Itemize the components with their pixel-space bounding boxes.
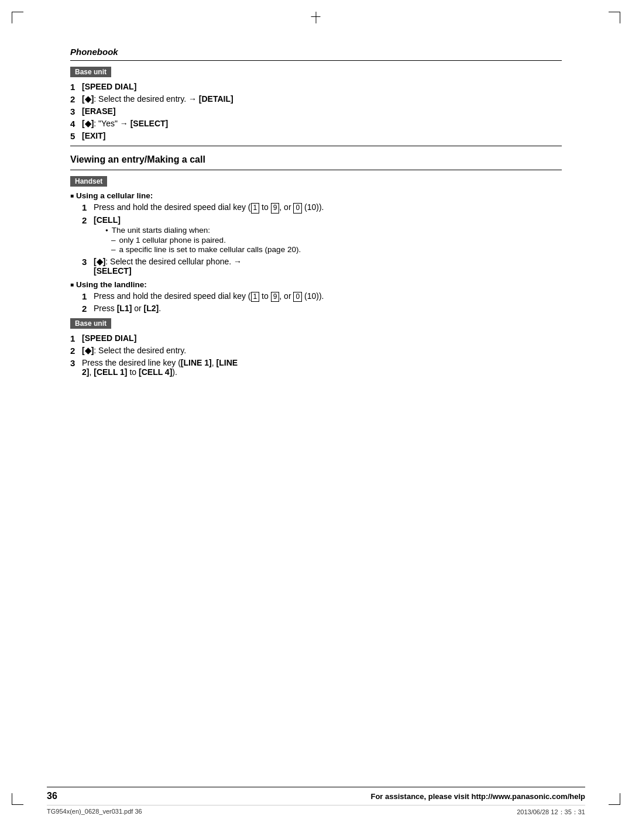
step-4: 4 [◆]: "Yes" → [SELECT] — [70, 119, 562, 129]
landline-key-1: 1 — [251, 292, 260, 302]
bu2-line2-cont: 2], [CELL 1] to [CELL 4]). — [82, 367, 177, 377]
bu2-step-2-num: 2 — [70, 346, 82, 356]
footer: 36 For assistance, please visit http://w… — [0, 787, 632, 817]
cellular-step-1: 1 Press and hold the desired speed dial … — [82, 202, 562, 214]
step-3: 3 [ERASE] — [70, 106, 562, 116]
step-5: 5 [EXIT] — [70, 131, 562, 141]
cellular-heading: Using a cellular line: — [70, 191, 562, 200]
footer-content: 36 For assistance, please visit http://w… — [47, 791, 585, 801]
handset-badge: Handset — [70, 176, 107, 187]
landline-step-2: 2 Press [L1] or [L2]. — [82, 304, 562, 314]
step-4-num: 4 — [70, 119, 82, 129]
crop-mark-tl — [12, 12, 23, 23]
landline-step-2-num: 2 — [82, 304, 94, 314]
step-1: 1 [SPEED DIAL] — [70, 82, 562, 92]
cellular-step-3-bracket: [◆] — [94, 257, 105, 266]
step-4-select: [SELECT] — [130, 119, 169, 128]
step-5-text: [EXIT] — [82, 131, 562, 140]
cellular-steps: 1 Press and hold the desired speed dial … — [82, 202, 562, 276]
bu2-cell4: [CELL 4] — [139, 367, 172, 377]
key-1: 1 — [251, 203, 260, 214]
landline-step-1-num: 1 — [82, 291, 94, 301]
cellular-step-3-select: [SELECT] — [94, 266, 132, 276]
step-4-bracket: [◆] — [82, 119, 94, 128]
landline-key-9: 9 — [271, 292, 280, 302]
step-5-bracket: [EXIT] — [82, 131, 105, 140]
cell-dash-list: only 1 cellular phone is paired. a speci… — [111, 236, 562, 254]
step-2-num: 2 — [70, 94, 82, 104]
landline-heading: Using the landline: — [70, 280, 562, 289]
cell-bullet-1-text: The unit starts dialing when: — [112, 226, 210, 235]
cellular-step-1-text: Press and hold the desired speed dial ke… — [94, 202, 562, 214]
step-3-text: [ERASE] — [82, 106, 562, 116]
base-unit-steps-2: 1 [SPEED DIAL] 2 [◆]: Select the desired… — [70, 333, 562, 377]
footer-meta-right: 2013/06/28 12：35：31 — [517, 808, 585, 817]
bu2-line2b: 2] — [82, 367, 89, 377]
main-content: Phonebook Base unit 1 [SPEED DIAL] 2 [◆]… — [47, 35, 585, 393]
view-section-heading: Viewing an entry/Making a call — [70, 154, 562, 165]
step-5-num: 5 — [70, 131, 82, 141]
landline-section: Using the landline: 1 Press and hold the… — [70, 280, 562, 314]
landline-step-1: 1 Press and hold the desired speed dial … — [82, 291, 562, 302]
step-2-detail: [DETAIL] — [199, 94, 233, 104]
bu2-line1: [LINE 1] — [181, 358, 212, 367]
step-3-bracket: [ERASE] — [82, 106, 116, 116]
cellular-step-3-num: 3 — [82, 257, 94, 267]
step-4-text: [◆]: "Yes" → [SELECT] — [82, 119, 562, 128]
step-4-arrow: → — [120, 119, 128, 128]
step-2-bracket: [◆] — [82, 94, 94, 104]
cellular-step-1-num: 1 — [82, 202, 94, 212]
footer-page-num: 36 — [47, 791, 57, 801]
main-divider — [70, 60, 562, 61]
step-2-text: [◆]: Select the desired entry. → [DETAIL… — [82, 94, 562, 104]
landline-step-2-text: Press [L1] or [L2]. — [94, 304, 562, 313]
cell-dash-1-text: only 1 cellular phone is paired. — [119, 236, 226, 245]
bu2-step-1: 1 [SPEED DIAL] — [70, 333, 562, 343]
base-unit-badge-2: Base unit — [70, 318, 111, 329]
cellular-step-2-num: 2 — [82, 215, 94, 225]
section-title: Phonebook — [70, 47, 562, 57]
footer-meta: TG954x(en)_0628_ver031.pdf 36 2013/06/28… — [47, 805, 585, 817]
step-1-text: [SPEED DIAL] — [82, 82, 562, 91]
cell-dash-1: only 1 cellular phone is paired. — [111, 236, 562, 245]
bu2-step-1-num: 1 — [70, 333, 82, 343]
cell-bullet-1: The unit starts dialing when: — [105, 226, 562, 235]
l2-bracket: [L2] — [144, 304, 159, 313]
cellular-section: Using a cellular line: 1 Press and hold … — [70, 191, 562, 276]
page: Phonebook Base unit 1 [SPEED DIAL] 2 [◆]… — [0, 0, 632, 840]
crop-mark-tr — [609, 12, 620, 23]
l1-bracket: [L1] — [117, 304, 132, 313]
thin-divider-2 — [70, 170, 562, 170]
footer-meta-left: TG954x(en)_0628_ver031.pdf 36 — [47, 808, 142, 817]
bu2-bracket: [◆] — [82, 346, 94, 355]
bu2-step-1-text: [SPEED DIAL] — [82, 333, 562, 343]
cell-bracket: [CELL] — [94, 215, 121, 225]
bu2-step-2-text: [◆]: Select the desired entry. — [82, 346, 562, 355]
base-unit-steps-1: 1 [SPEED DIAL] 2 [◆]: Select the desired… — [70, 82, 562, 141]
landline-step-1-text: Press and hold the desired speed dial ke… — [94, 291, 562, 302]
bu2-cell1: [CELL 1] — [94, 367, 127, 377]
bu2-line2: [LINE — [217, 358, 238, 367]
step-3-num: 3 — [70, 106, 82, 116]
cellular-step-3-text: [◆]: Select the desired cellular phone. … — [94, 257, 562, 276]
bu2-step-3-num: 3 — [70, 358, 82, 368]
step-2-arrow: → — [188, 94, 197, 104]
bu2-step-3: 3 Press the desired line key ([LINE 1], … — [70, 358, 562, 377]
cell-bullet-list: The unit starts dialing when: — [105, 226, 562, 235]
cellular-step-2: 2 [CELL] The unit starts dialing when: o… — [82, 215, 562, 255]
landline-steps: 1 Press and hold the desired speed dial … — [82, 291, 562, 314]
cellular-step-3-arrow: → — [233, 257, 242, 266]
cellular-step-2-text: [CELL] The unit starts dialing when: onl… — [94, 215, 562, 255]
base-unit-badge-1: Base unit — [70, 67, 111, 77]
step-2: 2 [◆]: Select the desired entry. → [DETA… — [70, 94, 562, 104]
thin-divider-1 — [70, 146, 562, 146]
bu2-step-2: 2 [◆]: Select the desired entry. — [70, 346, 562, 356]
bu2-step-3-text: Press the desired line key ([LINE 1], [L… — [82, 358, 562, 377]
cell-dash-2-text: a specific line is set to make cellular … — [119, 245, 301, 254]
center-mark-top — [316, 12, 317, 23]
footer-top-line — [47, 787, 585, 787]
cell-dash-2: a specific line is set to make cellular … — [111, 245, 562, 254]
step-1-bracket: [SPEED DIAL] — [82, 82, 136, 91]
bu2-speed-dial: [SPEED DIAL] — [82, 333, 136, 343]
key-0: 0 — [293, 203, 302, 214]
